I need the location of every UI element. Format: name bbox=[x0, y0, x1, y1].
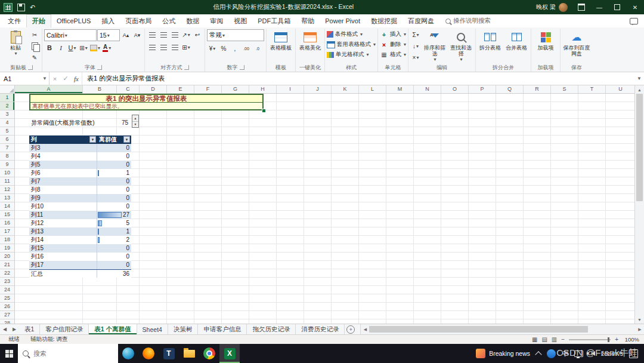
column-header-P[interactable]: P bbox=[469, 85, 496, 93]
threshold-value[interactable]: 75 bbox=[97, 119, 128, 127]
ime-indicator[interactable]: 中 bbox=[562, 349, 568, 358]
ribbon-tab-数据[interactable]: 数据 bbox=[181, 14, 205, 27]
row-header-2[interactable]: 2 bbox=[0, 102, 14, 110]
zoom-out-icon[interactable]: − bbox=[561, 336, 565, 343]
sheet-tab-表1[interactable]: 表1 bbox=[19, 324, 40, 334]
align-top-icon[interactable] bbox=[147, 29, 157, 40]
table-row[interactable]: 列131 bbox=[29, 227, 131, 236]
scroll-right-icon[interactable]: ▶ bbox=[636, 327, 644, 332]
table-row[interactable]: 列100 bbox=[29, 202, 131, 211]
network-icon[interactable] bbox=[574, 350, 583, 357]
row-header-1[interactable]: 1 bbox=[0, 94, 14, 102]
align-bottom-icon[interactable] bbox=[169, 29, 180, 40]
total-row[interactable]: 汇总 36 bbox=[29, 269, 131, 278]
font-family-select[interactable]: Calibri bbox=[44, 29, 97, 41]
align-middle-icon[interactable] bbox=[158, 29, 169, 40]
scroll-down-icon[interactable]: ▼ bbox=[635, 315, 644, 324]
insert-cells-button[interactable]: 插入 bbox=[380, 29, 406, 39]
minimize-button[interactable]: — bbox=[590, 0, 608, 14]
ribbon-tab-开始[interactable]: 开始 bbox=[26, 14, 51, 27]
zoom-slider-thumb[interactable] bbox=[608, 337, 609, 342]
borders-icon[interactable]: ⊞ bbox=[78, 42, 89, 53]
threshold-spinner[interactable] bbox=[132, 115, 139, 128]
row-header-15[interactable]: 15 bbox=[0, 211, 14, 219]
fill-color-icon[interactable] bbox=[89, 42, 101, 53]
row-header-26[interactable]: 26 bbox=[0, 303, 14, 311]
sort-filter-button[interactable]: 排序和筛选 bbox=[422, 29, 447, 63]
ribbon-tab-视图[interactable]: 视图 bbox=[228, 14, 252, 27]
addins-button[interactable]: 加载项 bbox=[533, 29, 558, 51]
row-header-27[interactable]: 27 bbox=[0, 311, 14, 319]
vertical-scrollbar[interactable]: ▲ ▼ bbox=[634, 85, 644, 324]
accounting-format-icon[interactable]: ¥ bbox=[207, 43, 218, 54]
row-header-17[interactable]: 17 bbox=[0, 227, 14, 236]
column-header-F[interactable]: F bbox=[194, 85, 222, 93]
name-box[interactable]: A1 bbox=[0, 72, 41, 85]
merge-table-button[interactable]: 合并表格 bbox=[504, 29, 529, 51]
font-size-select[interactable]: 15 bbox=[97, 29, 120, 41]
row-header-10[interactable]: 10 bbox=[0, 169, 14, 177]
news-widget[interactable]: Breaking news bbox=[476, 349, 530, 358]
table-row[interactable]: 列1127 bbox=[29, 211, 131, 219]
row-header-13[interactable]: 13 bbox=[0, 194, 14, 202]
taskbar-app-t[interactable] bbox=[159, 344, 179, 363]
align-right-icon[interactable] bbox=[169, 42, 180, 53]
cancel-icon[interactable]: × bbox=[49, 72, 60, 85]
accessibility-status[interactable]: 辅助功能: 调查 bbox=[30, 336, 67, 343]
horizontal-scrollbar[interactable]: ◀ ▶ bbox=[360, 324, 644, 334]
sheet-tab-拖欠历史记录[interactable]: 拖欠历史记录 bbox=[247, 324, 296, 334]
bold-icon[interactable] bbox=[44, 42, 55, 53]
filter-dropdown-icon[interactable] bbox=[123, 136, 130, 143]
column-header-J[interactable]: J bbox=[304, 85, 332, 93]
row-header-18[interactable]: 18 bbox=[0, 236, 14, 244]
taskbar-app-excel[interactable] bbox=[219, 344, 240, 363]
delete-cells-button[interactable]: 删除 bbox=[380, 39, 406, 50]
row-header-4[interactable]: 4 bbox=[0, 119, 14, 127]
taskbar-app-explorer[interactable] bbox=[179, 344, 199, 363]
scroll-up-icon[interactable]: ▲ bbox=[635, 85, 644, 94]
column-header-B[interactable]: B bbox=[83, 85, 117, 93]
tell-me-search[interactable]: 操作说明搜索 bbox=[445, 14, 491, 27]
column-header-H[interactable]: H bbox=[249, 85, 277, 93]
format-as-table-button[interactable]: 套用表格格式 bbox=[327, 39, 376, 50]
vertical-scroll-thumb[interactable] bbox=[636, 94, 643, 201]
volume-icon[interactable] bbox=[589, 351, 595, 356]
row-header-12[interactable]: 12 bbox=[0, 186, 14, 194]
italic-icon[interactable] bbox=[55, 42, 66, 53]
ribbon-tab-Power Pivot[interactable]: Power Pivot bbox=[320, 14, 366, 27]
tray-app-icon[interactable] bbox=[547, 349, 556, 358]
undo-icon[interactable]: ↶ bbox=[30, 4, 35, 11]
wrap-text-icon[interactable]: ↩ bbox=[192, 29, 203, 40]
row-header-21[interactable]: 21 bbox=[0, 261, 14, 269]
enter-icon[interactable]: ✓ bbox=[60, 72, 71, 85]
cell-area[interactable]: 表1 的突出显示异常值报表 离群值单元在原始表中已突出显示。 异常阈值(大概异常… bbox=[15, 94, 634, 324]
row-header-22[interactable]: 22 bbox=[0, 269, 14, 278]
sheet-tab-表1 个离群值[interactable]: 表1 个离群值 bbox=[89, 324, 137, 334]
ribbon-tab-OfficePLUS[interactable]: OfficePLUS bbox=[51, 14, 96, 27]
table-row[interactable]: 列61 bbox=[29, 169, 131, 177]
table-row[interactable]: 列142 bbox=[29, 236, 131, 244]
column-header-N[interactable]: N bbox=[414, 85, 441, 93]
zoom-slider[interactable] bbox=[569, 339, 611, 340]
search-input[interactable] bbox=[32, 349, 100, 358]
split-table-button[interactable]: 拆分表格 bbox=[478, 29, 503, 51]
row-header-5[interactable]: 5 bbox=[0, 127, 14, 136]
ribbon-tab-PDF工具箱[interactable]: PDF工具箱 bbox=[252, 14, 296, 27]
orientation-icon[interactable]: ↗ bbox=[181, 29, 191, 40]
report-title-block[interactable]: 表1 的突出显示异常值报表 离群值单元在原始表中已突出显示。 bbox=[29, 94, 264, 110]
new-sheet-button[interactable]: + bbox=[345, 324, 357, 334]
ribbon-tab-页面布局[interactable]: 页面布局 bbox=[120, 14, 157, 27]
page-break-view-icon[interactable]: ▥ bbox=[552, 336, 557, 343]
table-template-button[interactable]: 表格模板 bbox=[268, 29, 293, 51]
account-button[interactable]: 晚权 梁 bbox=[531, 3, 572, 12]
dialog-launcher-icon[interactable] bbox=[97, 65, 102, 70]
ribbon-tab-文件[interactable]: 文件 bbox=[2, 14, 26, 27]
ribbon-tab-审阅[interactable]: 审阅 bbox=[205, 14, 228, 27]
spinner-down-icon[interactable] bbox=[132, 122, 138, 128]
column-header-U[interactable]: U bbox=[606, 85, 634, 93]
sheet-nav-left-icon[interactable]: ◀ bbox=[0, 324, 10, 334]
filter-dropdown-icon[interactable] bbox=[89, 136, 96, 143]
normal-view-icon[interactable]: ▦ bbox=[532, 336, 537, 343]
table-beautify-button[interactable]: 表格美化 bbox=[298, 29, 323, 51]
row-header-9[interactable]: 9 bbox=[0, 161, 14, 169]
